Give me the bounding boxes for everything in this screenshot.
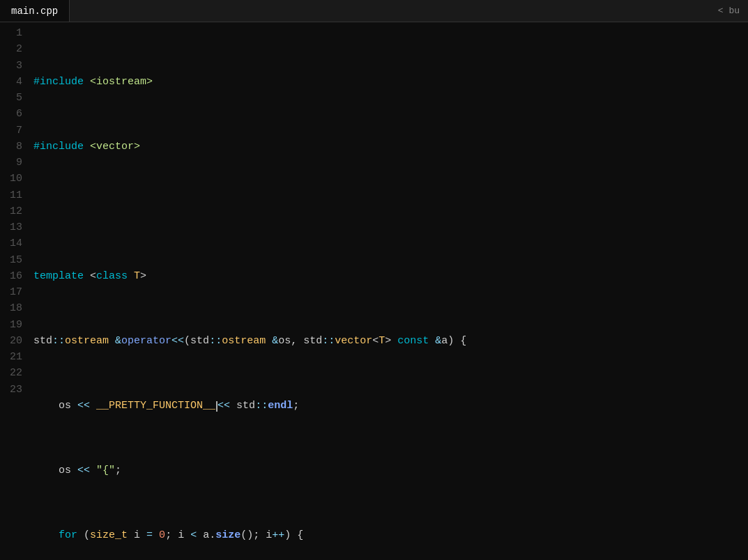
code-line: template <class T>	[33, 268, 748, 284]
code-line	[33, 203, 748, 219]
code-line: #include <vector>	[33, 139, 748, 155]
code-area: 1 2 3 4 5 6 7 8 9 10 11 12 13 14 15 16 1…	[0, 22, 748, 560]
code-line: #include <iostream>	[33, 74, 748, 90]
tab-label: main.cpp	[11, 6, 58, 17]
line-numbers: 1 2 3 4 5 6 7 8 9 10 11 12 13 14 15 16 1…	[0, 22, 29, 560]
code-content[interactable]: #include <iostream> #include <vector> te…	[29, 22, 748, 560]
tab-bar: main.cpp < bu	[0, 0, 748, 22]
code-line: for (size_t i = 0; i < a.size(); i++) {	[33, 527, 748, 543]
code-line: os << __PRETTY_FUNCTION__<< std::endl;	[33, 398, 748, 414]
code-line: os << "{";	[33, 462, 748, 479]
code-line: std::ostream &operator<<(std::ostream &o…	[33, 333, 748, 349]
tab-right-label: < bu	[718, 6, 740, 16]
tab-right: < bu	[718, 6, 748, 16]
tab-active[interactable]: main.cpp	[0, 0, 70, 22]
